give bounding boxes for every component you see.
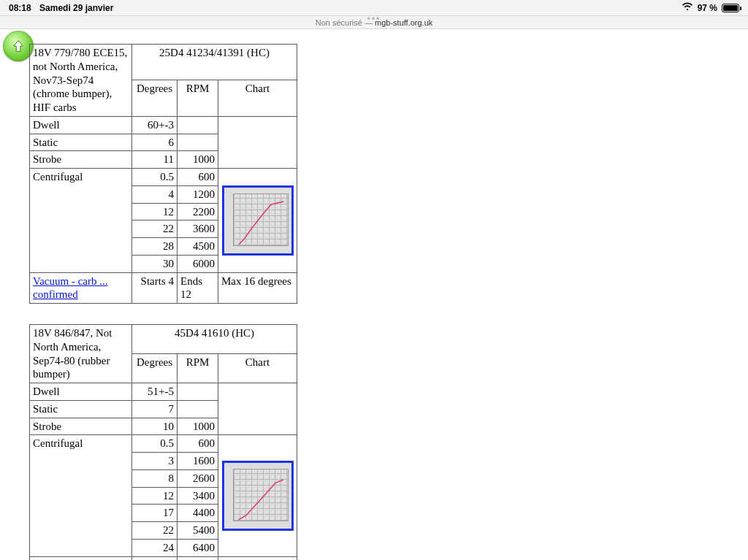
cent-rpm: 3400 — [178, 487, 218, 505]
cent-deg: 17 — [132, 505, 178, 522]
spec-table: 18V 846/847, Not North America, Sep74-80… — [29, 324, 297, 560]
vac-starts: Starts 4 — [132, 272, 178, 304]
row-label-dwell: Dwell — [30, 116, 132, 134]
col-header-rpm: RPM — [178, 354, 218, 383]
cent-deg: 28 — [132, 238, 178, 256]
empty-cell — [178, 134, 218, 151]
cent-deg: 24 — [132, 539, 178, 556]
strobe-deg: 11 — [132, 151, 178, 169]
row-label-strobe: Strobe — [30, 418, 132, 435]
empty-cell — [178, 383, 218, 401]
chart-cell — [218, 435, 297, 556]
spec-table: 18V 779/780 ECE15, not North America, No… — [29, 44, 297, 304]
battery-percent: 97 % — [698, 3, 717, 13]
vac-ends: Ends 11 — [178, 556, 218, 560]
cent-rpm: 4500 — [178, 238, 218, 256]
static-value: 6 — [132, 134, 178, 151]
row-label-strobe: Strobe — [30, 151, 132, 169]
col-header-rpm: RPM — [178, 80, 218, 116]
row-label-vacuum: Vacuum - see Note — [30, 556, 132, 560]
cent-rpm: 1600 — [178, 453, 218, 470]
col-header-degrees: Degrees — [132, 354, 178, 383]
url-domain: mgb-stuff.org.uk — [375, 18, 432, 27]
cent-rpm: 2200 — [178, 203, 218, 220]
strobe-rpm: 1000 — [178, 418, 218, 435]
empty-cell — [178, 400, 218, 418]
status-date: Samedi 29 janvier — [39, 3, 113, 13]
dwell-value: 60+-3 — [132, 116, 178, 134]
cent-rpm: 6000 — [178, 255, 218, 272]
cent-deg: 30 — [132, 255, 178, 272]
cent-rpm: 5400 — [178, 522, 218, 540]
battery-icon — [722, 4, 739, 12]
cent-rpm: 600 — [178, 169, 218, 186]
row-label-vacuum: Vacuum - carb ... confirmed — [30, 272, 132, 304]
cent-deg: 3 — [132, 453, 178, 470]
cent-deg: 4 — [132, 185, 178, 203]
cent-deg: 12 — [132, 487, 178, 505]
cent-deg: 8 — [132, 469, 178, 487]
vacuum-link[interactable]: Vacuum - carb ... confirmed — [33, 275, 107, 301]
static-value: 7 — [132, 400, 178, 418]
browser-url-bar[interactable]: ••• Non sécurisé — mgb-stuff.org.uk — [0, 16, 748, 29]
status-left: 08:18 Samedi 29 janvier — [9, 3, 113, 13]
row-label-centrifugal: Centrifugal — [30, 435, 132, 556]
cent-deg: 0.5 — [132, 169, 178, 186]
vac-ends: Ends 12 — [178, 272, 218, 304]
cent-rpm: 2600 — [178, 469, 218, 487]
advance-curve-chart[interactable] — [222, 461, 294, 531]
chart-empty — [218, 116, 297, 168]
status-right: 97 % — [682, 2, 739, 13]
cent-rpm: 6400 — [178, 539, 218, 556]
row-label-centrifugal: Centrifugal — [30, 169, 132, 273]
strobe-rpm: 1000 — [178, 151, 218, 169]
advance-curve-chart[interactable] — [222, 185, 294, 256]
distributor-code: 25D4 41234/41391 (HC) — [132, 45, 297, 80]
dwell-value: 51+-5 — [132, 383, 178, 401]
col-header-chart: Chart — [218, 354, 297, 383]
engine-desc: 18V 846/847, Not North America, Sep74-80… — [30, 325, 132, 383]
chart-cell — [218, 169, 297, 273]
vac-max: Max 24 degrees — [218, 556, 297, 560]
engine-desc: 18V 779/780 ECE15, not North America, No… — [30, 45, 132, 117]
status-time: 08:18 — [9, 3, 31, 13]
distributor-code: 45D4 41610 (HC) — [132, 325, 297, 354]
security-label: Non sécurisé — — [316, 18, 375, 27]
page-content: 18V 779/780 ECE15, not North America, No… — [0, 29, 748, 560]
vac-max: Max 16 degrees — [218, 272, 297, 304]
cent-rpm: 3600 — [178, 220, 218, 238]
strobe-deg: 10 — [132, 418, 178, 435]
row-label-static: Static — [30, 400, 132, 418]
col-header-degrees: Degrees — [132, 80, 178, 116]
empty-cell — [178, 116, 218, 134]
vac-starts: Starts 3 — [132, 556, 178, 560]
cent-rpm: 600 — [178, 435, 218, 453]
cent-deg: 0.5 — [132, 435, 178, 453]
row-label-dwell: Dwell — [30, 383, 132, 401]
cent-deg: 22 — [132, 522, 178, 540]
cent-rpm: 1200 — [178, 185, 218, 203]
wifi-icon — [682, 2, 693, 13]
cent-rpm: 4400 — [178, 505, 218, 522]
tab-menu-icon[interactable]: ••• — [367, 14, 381, 24]
cent-deg: 12 — [132, 203, 178, 220]
col-header-chart: Chart — [218, 80, 297, 116]
cent-deg: 22 — [132, 220, 178, 238]
row-label-static: Static — [30, 134, 132, 151]
chart-empty — [218, 383, 297, 435]
